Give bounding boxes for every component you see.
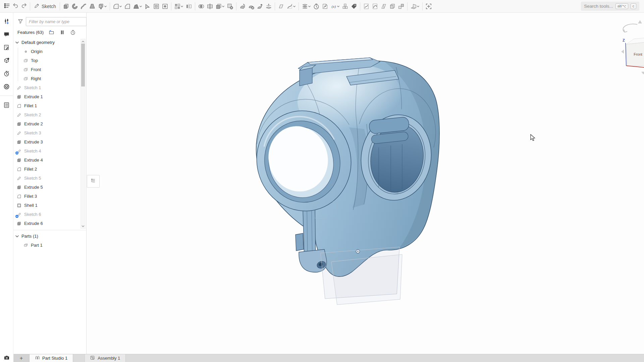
chamfer-button[interactable] xyxy=(123,1,132,11)
extrude-icon xyxy=(63,3,69,10)
feature-sketch-1[interactable]: Sketch 1 xyxy=(13,83,86,92)
parts-section-header[interactable]: Parts (1) xyxy=(13,232,86,241)
model-viewport[interactable] xyxy=(249,47,443,308)
viewcube-front-label[interactable]: Front xyxy=(634,52,642,56)
search-tools-button[interactable]: Search tools... alt/⌥ c xyxy=(581,2,639,11)
feature-extrude-1[interactable]: Extrude 1 xyxy=(13,92,86,101)
sheet-metal-model-button[interactable] xyxy=(409,1,421,11)
scroll-up-arrow[interactable] xyxy=(81,39,85,44)
feature-list-toggle-button[interactable] xyxy=(3,1,11,11)
in-context-button[interactable] xyxy=(341,1,350,11)
feature-fillet-2[interactable]: Fillet 2 xyxy=(13,165,86,174)
projected-curve-button[interactable] xyxy=(362,1,371,11)
suppress-pause-button[interactable] xyxy=(59,29,65,35)
feature-extrude-3[interactable]: Extrude 3 xyxy=(13,137,86,146)
loft-surface-button[interactable] xyxy=(301,1,312,11)
z-axis-label: Z xyxy=(623,38,625,42)
move-face-button[interactable] xyxy=(256,1,264,11)
pattern-copies-icon xyxy=(215,3,222,10)
feature-shell-1[interactable]: Shell 1 xyxy=(13,201,86,210)
feature-sketch-5[interactable]: Sketch 5 xyxy=(13,174,86,183)
feature-fillet-3[interactable]: Fillet 3 xyxy=(13,192,86,201)
sidebar-history-button[interactable] xyxy=(2,68,12,78)
scroll-down-arrow[interactable] xyxy=(81,224,85,228)
mirror-button[interactable] xyxy=(184,1,193,11)
sidebar-part-properties-button[interactable] xyxy=(2,55,12,65)
feature-default-geometry[interactable]: Default geometry xyxy=(13,38,86,47)
undo-button[interactable] xyxy=(11,1,20,11)
select-tools-button[interactable] xyxy=(424,1,433,11)
screenshot-icon[interactable] xyxy=(4,355,10,362)
feature-filter-input[interactable] xyxy=(26,17,87,26)
extrude-surface-button[interactable] xyxy=(285,1,297,11)
scrollbar-thumb[interactable] xyxy=(81,44,85,86)
sidebar-configurations-button[interactable] xyxy=(2,16,12,26)
linked-document-button[interactable] xyxy=(397,1,406,11)
fillet-button[interactable] xyxy=(112,1,123,11)
toolbar-divider xyxy=(407,2,408,10)
new-feature-folder-button[interactable] xyxy=(49,29,54,35)
revolve-button[interactable] xyxy=(70,1,79,11)
linear-pattern-button[interactable] xyxy=(173,1,184,11)
tab-assembly-1[interactable]: Assembly 1 xyxy=(85,354,126,362)
helix-button[interactable] xyxy=(312,1,321,11)
feature-extrude-5[interactable]: Extrude 5 xyxy=(13,183,86,192)
feature-extrude-6[interactable]: Extrude 6 xyxy=(13,219,86,228)
tag-button[interactable] xyxy=(350,1,358,11)
offset-surface-button[interactable] xyxy=(277,1,285,11)
feature-origin[interactable]: Origin xyxy=(13,47,86,56)
draft-button[interactable] xyxy=(132,1,143,11)
tab-part-studio-1[interactable]: Part Studio 1 xyxy=(30,354,73,362)
feature-sketch-3[interactable]: Sketch 3 xyxy=(13,128,86,137)
feature-top[interactable]: Top xyxy=(13,56,86,65)
bridging-curve-button[interactable] xyxy=(371,1,379,11)
feature-right[interactable]: Right xyxy=(13,74,86,83)
feature-front[interactable]: Front xyxy=(13,65,86,74)
fill-surface-button[interactable] xyxy=(321,1,329,11)
sidebar-comments-button[interactable] xyxy=(2,29,12,39)
feature-label: Extrude 1 xyxy=(24,94,43,99)
plane-icon xyxy=(23,58,28,63)
feature-label: Extrude 4 xyxy=(24,158,43,163)
redo-button[interactable] xyxy=(20,1,28,11)
helix-icon xyxy=(313,3,320,10)
delete-face-button[interactable] xyxy=(247,1,256,11)
hole-button[interactable] xyxy=(161,1,169,11)
feature-label: Sketch 5 xyxy=(24,176,41,181)
projected-curve-icon xyxy=(363,3,370,10)
sketch-button[interactable]: Sketch xyxy=(32,1,58,11)
delete-part-button[interactable] xyxy=(226,1,234,11)
sidebar-bom-table-button[interactable] xyxy=(2,100,12,110)
view-cube[interactable]: Front Z xyxy=(620,19,644,76)
feature-tree-scrollbar[interactable] xyxy=(80,39,86,229)
chevron-down-icon xyxy=(222,3,225,9)
loft-button[interactable] xyxy=(88,1,97,11)
part-part-1[interactable]: Part 1 xyxy=(13,241,86,250)
chevron-down-icon xyxy=(15,40,19,45)
feature-extrude-2[interactable]: Extrude 2 xyxy=(13,119,86,128)
rollback-button[interactable] xyxy=(70,29,76,35)
feature-extrude-4[interactable]: Extrude 4 xyxy=(13,156,86,165)
extrude-button[interactable] xyxy=(62,1,70,11)
sidebar-notes-button[interactable] xyxy=(2,42,12,52)
derived-button[interactable] xyxy=(388,1,397,11)
pattern-copies-button[interactable] xyxy=(214,1,226,11)
thicken-button[interactable] xyxy=(97,1,108,11)
sidebar-follow-mode-button[interactable] xyxy=(2,81,12,92)
sweep-button[interactable] xyxy=(79,1,88,11)
feature-sketch-6[interactable]: Sketch 6 xyxy=(13,210,86,219)
feature-fillet-1[interactable]: Fillet 1 xyxy=(13,101,86,110)
shell-button[interactable] xyxy=(152,1,161,11)
modify-fillet-button[interactable] xyxy=(238,1,247,11)
composite-curve-button[interactable] xyxy=(379,1,388,11)
boolean-button[interactable] xyxy=(197,1,206,11)
rib-button[interactable] xyxy=(143,1,152,11)
feature-sketch-4[interactable]: Sketch 4 xyxy=(13,146,86,156)
feature-panel-collapse-toggle[interactable] xyxy=(87,175,100,188)
graphics-area[interactable]: Front Z xyxy=(87,13,644,354)
replace-face-button[interactable] xyxy=(264,1,273,11)
variable-button[interactable]: (x) xyxy=(329,1,341,11)
split-button[interactable] xyxy=(206,1,214,11)
feature-sketch-2[interactable]: Sketch 2 xyxy=(13,110,86,119)
new-tab-button[interactable]: + xyxy=(13,354,30,362)
